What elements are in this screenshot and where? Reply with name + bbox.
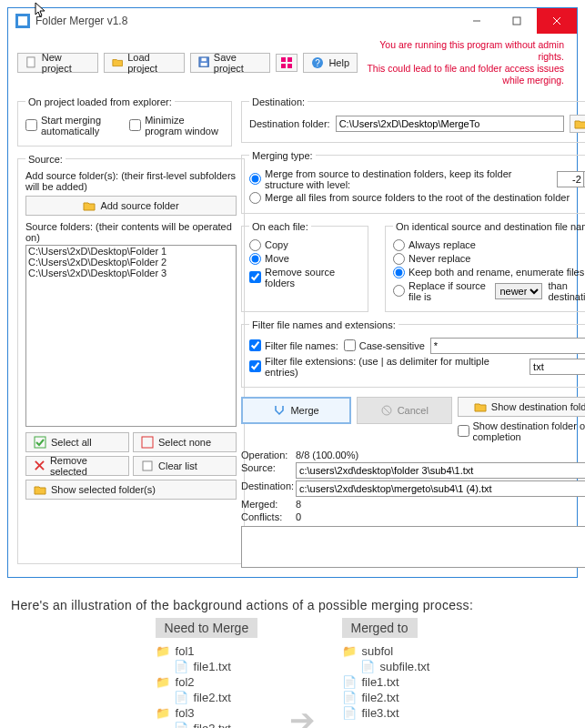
admin-warning: You are running this program without adm… [363, 39, 568, 87]
list-item[interactable]: C:\Users\2xD\Desktop\Folder 3 [26, 268, 236, 278]
file-icon: 📄 [174, 660, 188, 673]
merge-flat-radio[interactable]: Merge all files from source folders to t… [249, 192, 570, 204]
save-project-label: Save project [214, 52, 263, 74]
svg-rect-19 [143, 461, 152, 470]
save-project-button[interactable]: Save project [190, 53, 271, 73]
each-file-group: On each file: Copy Move Remove source fo… [241, 221, 368, 312]
folder-open-icon [112, 56, 123, 69]
tree-label: subfile.txt [380, 660, 430, 673]
replace-if-label: Replace if source file is [408, 280, 489, 302]
destination-folder-input[interactable] [336, 116, 564, 132]
clear-icon [141, 460, 154, 472]
move-label: Move [265, 253, 289, 264]
newer-older-select[interactable]: newer [495, 283, 542, 299]
show-destination-button[interactable]: Show destination folder [458, 397, 586, 417]
source-legend: Source: [25, 154, 66, 165]
folder-icon: 📁 [342, 644, 357, 658]
merged-to-head: Merged to [342, 618, 418, 638]
list-item[interactable]: C:\Users\2xD\Desktop\Folder 1 [26, 246, 236, 257]
maximize-window-button[interactable] [497, 8, 537, 34]
help-label: Help [328, 57, 349, 68]
filter-ext-input[interactable] [530, 359, 585, 375]
file-icon: 📄 [174, 722, 188, 729]
titlebar: Folder Merger v1.8 [8, 8, 577, 34]
cancel-button[interactable]: Cancel [357, 397, 451, 424]
source-folders-listbox[interactable]: C:\Users\2xD\Desktop\Folder 1 C:\Users\2… [25, 245, 237, 427]
tree-label: subfol [362, 644, 394, 658]
copy-radio[interactable]: Copy [249, 239, 288, 251]
start-auto-checkbox[interactable]: Start merging automatically [25, 115, 124, 136]
never-replace-label: Never replace [408, 253, 470, 264]
add-source-hint: Add source folder(s): (their first-level… [25, 170, 237, 192]
new-project-button[interactable]: New project [17, 53, 98, 73]
folder-go-icon [474, 400, 487, 413]
filter-group: Filter file names and extensions: Filter… [241, 319, 585, 388]
select-none-icon [141, 436, 154, 449]
load-project-label: Load project [127, 52, 176, 74]
filter-ext-checkbox[interactable]: Filter file extensions: (use | as delimi… [249, 356, 524, 378]
select-all-button[interactable]: Select all [25, 432, 129, 452]
merge-button[interactable]: Merge [241, 397, 351, 424]
illustration-caption: Here's an illustration of the background… [0, 585, 585, 618]
svg-rect-9 [281, 57, 286, 62]
log-textarea[interactable] [241, 526, 585, 568]
status-source-label: Source: [241, 462, 296, 479]
folder-icon: 📁 [156, 675, 170, 689]
minimize-checkbox[interactable]: Minimize program window [129, 115, 224, 136]
toolbar: New project Load project Save project ? … [8, 34, 577, 89]
structure-level-input[interactable] [558, 172, 583, 187]
merge-label: Merge [290, 405, 318, 416]
merge-keep-structure-radio[interactable]: Merge from source to destination folders… [249, 168, 551, 190]
new-file-icon [25, 56, 37, 69]
remove-selected-label: Remove selected [50, 455, 121, 477]
tree-label: file2.txt [362, 691, 399, 704]
filter-legend: Filter file names and extensions: [249, 319, 398, 330]
app-icon [15, 14, 30, 28]
show-on-complete-label: Show destination folder on completion [473, 420, 586, 442]
select-all-icon [34, 436, 46, 449]
move-radio[interactable]: Move [249, 253, 289, 265]
remove-selected-button[interactable]: Remove selected [25, 456, 129, 476]
folder-icon: 📁 [156, 644, 170, 658]
start-auto-label: Start merging automatically [41, 115, 124, 136]
minimize-window-button[interactable] [457, 8, 497, 34]
than-dest-label: than destination file [548, 280, 585, 302]
always-replace-radio[interactable]: Always replace [393, 239, 476, 251]
keep-rename-label: Keep both and rename, enumerate files [408, 267, 584, 278]
app-window: Folder Merger v1.8 New project Load proj… [7, 7, 578, 578]
folder-open-icon [34, 483, 46, 496]
list-item[interactable]: C:\Users\2xD\Desktop\Folder 2 [26, 257, 236, 268]
file-icon: 📄 [342, 706, 357, 720]
help-button[interactable]: ? Help [303, 53, 358, 73]
keep-rename-radio[interactable]: Keep both and rename, enumerate files [393, 267, 584, 278]
structure-level-spinner[interactable]: ▲▼ [557, 171, 585, 187]
never-replace-radio[interactable]: Never replace [393, 253, 470, 265]
help-icon: ? [311, 56, 324, 69]
merged-value: 8 [296, 499, 585, 510]
illustration: Need to Merge 📁fol1 📄file1.txt 📁fol2 📄fi… [0, 618, 585, 729]
load-project-button[interactable]: Load project [104, 53, 185, 73]
always-replace-label: Always replace [408, 239, 476, 250]
browse-destination-button[interactable] [570, 115, 585, 133]
close-window-button[interactable] [537, 8, 577, 34]
replace-if-radio[interactable]: Replace if source file is [393, 280, 489, 302]
show-selected-folders-button[interactable]: Show selected folder(s) [25, 480, 237, 500]
svg-line-21 [384, 408, 389, 413]
add-source-folder-button[interactable]: Add source folder [25, 196, 237, 216]
remove-source-checkbox[interactable]: Remove source folders [249, 267, 360, 288]
minimize-label: Minimize program window [145, 115, 224, 136]
destination-folder-label: Destination folder: [249, 118, 330, 129]
clear-list-button[interactable]: Clear list [133, 456, 237, 476]
merging-type-group: Merging type: Merge from source to desti… [241, 150, 585, 214]
each-file-legend: On each file: [249, 221, 311, 232]
select-all-label: Select all [51, 437, 92, 448]
identical-names-group: On identical source and destination file… [385, 221, 585, 312]
file-icon: 📄 [342, 675, 357, 689]
show-on-complete-checkbox[interactable]: Show destination folder on completion [458, 420, 586, 442]
need-merge-head: Need to Merge [156, 618, 258, 638]
case-sensitive-checkbox[interactable]: Case-sensitive [344, 339, 425, 351]
filter-names-input[interactable] [430, 338, 585, 354]
grid-button[interactable] [276, 54, 298, 72]
select-none-button[interactable]: Select none [133, 432, 237, 452]
filter-names-checkbox[interactable]: Filter file names: [249, 339, 338, 351]
